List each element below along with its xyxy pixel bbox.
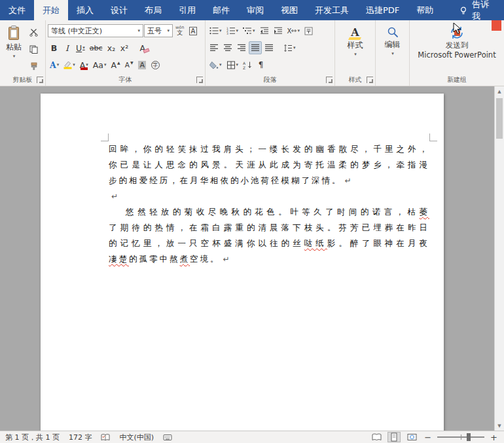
shrink-font-button[interactable]: A▼ bbox=[123, 58, 135, 71]
proofing-status[interactable] bbox=[101, 433, 110, 442]
sort-button[interactable]: AZ bbox=[241, 58, 254, 71]
paint-bucket-icon bbox=[209, 61, 219, 69]
ribbon-tab[interactable]: 设计 bbox=[102, 0, 136, 20]
zoom-slider[interactable] bbox=[437, 436, 484, 438]
font-color-button[interactable]: A▾ bbox=[78, 58, 90, 71]
send-to-label-line2: Microsoft PowerPoint bbox=[418, 50, 495, 60]
decrease-indent-button[interactable] bbox=[258, 24, 271, 37]
distribute-button[interactable] bbox=[262, 41, 276, 54]
editing-button[interactable]: 编辑 ▾ bbox=[378, 24, 407, 56]
numbering-button[interactable]: 123 ▾ bbox=[225, 24, 241, 37]
send-to-powerpoint-button[interactable]: 发送到 Microsoft PowerPoint bbox=[412, 24, 502, 60]
paragraph-dialog-launcher[interactable] bbox=[326, 77, 333, 83]
char-border-button[interactable]: A bbox=[187, 24, 199, 37]
align-left-button[interactable] bbox=[207, 41, 221, 54]
char-units-button[interactable] bbox=[302, 24, 315, 37]
char-shading-button[interactable]: A bbox=[136, 58, 149, 71]
tab-bar: 文件开始插入设计布局引用邮件审阅视图开发工具迅捷PDF帮助 告诉我 bbox=[0, 0, 504, 20]
clear-format-button[interactable]: A bbox=[137, 41, 151, 54]
sync-powerpoint-icon bbox=[448, 25, 465, 41]
underline-button[interactable]: U▾ bbox=[74, 41, 87, 54]
font-dialog-launcher[interactable] bbox=[196, 77, 203, 83]
ribbon-tab[interactable]: 邮件 bbox=[204, 0, 238, 20]
bullets-button[interactable]: ▾ bbox=[207, 24, 224, 37]
tell-me[interactable]: 告诉我 bbox=[452, 0, 504, 20]
multilevel-list-button[interactable]: ▾ bbox=[241, 24, 257, 37]
scroll-thumb[interactable] bbox=[496, 98, 503, 139]
ribbon-tab[interactable]: 开发工具 bbox=[306, 0, 357, 20]
doc-line[interactable]: 步的相爱经历，在月华相依的小池荷径模糊了深情。↵ bbox=[109, 173, 429, 188]
borders-button[interactable]: ▾ bbox=[225, 58, 241, 71]
read-mode-button[interactable] bbox=[370, 432, 383, 442]
vertical-scrollbar[interactable]: ▲ ▼ bbox=[494, 86, 504, 431]
show-marks-button[interactable]: ¶ bbox=[255, 58, 267, 71]
svg-text:3: 3 bbox=[226, 32, 228, 35]
caret-icon: ▾ bbox=[236, 63, 239, 67]
ribbon-tab[interactable]: 视图 bbox=[272, 0, 306, 20]
font-size-select[interactable]: 五号 ▾ bbox=[144, 24, 173, 37]
font-name-select[interactable]: 等线 (中文正文) ▾ bbox=[48, 24, 143, 37]
ribbon-tab[interactable]: 文件 bbox=[0, 0, 34, 20]
doc-line[interactable]: 回眸，你的轻笑抹过我肩头；一缕长发的幽香散尽，千里之外， bbox=[109, 141, 429, 157]
document-text[interactable]: 回眸，你的轻笑抹过我肩头；一缕长发的幽香散尽，千里之外，你已是让人思念的风景。天… bbox=[109, 141, 429, 267]
web-layout-button[interactable] bbox=[405, 432, 418, 442]
word-count-status[interactable]: 172 字 bbox=[69, 433, 92, 442]
ribbon-tab[interactable]: 审阅 bbox=[238, 0, 272, 20]
ribbon-tab[interactable]: 布局 bbox=[136, 0, 170, 20]
ribbon-tab[interactable]: 帮助 bbox=[408, 0, 442, 20]
styles-dialog-launcher[interactable] bbox=[367, 77, 373, 83]
text-effects-button[interactable]: A▾ bbox=[48, 58, 61, 71]
zoom-in-button[interactable]: + bbox=[489, 433, 499, 442]
zoom-out-button[interactable]: − bbox=[423, 433, 433, 442]
increase-indent-button[interactable] bbox=[272, 24, 285, 37]
clipboard-dialog-launcher[interactable] bbox=[37, 77, 43, 83]
page[interactable]: 回眸，你的轻笑抹过我肩头；一缕长发的幽香散尽，千里之外，你已是让人思念的风景。天… bbox=[41, 94, 444, 431]
subscript-button[interactable]: x₂ bbox=[105, 41, 117, 54]
zoom-slider-thumb[interactable] bbox=[467, 433, 471, 441]
caret-icon: ▾ bbox=[104, 63, 107, 67]
shading-button[interactable]: ▾ bbox=[207, 58, 224, 71]
italic-button[interactable]: I bbox=[61, 41, 73, 54]
page-number-status[interactable]: 第 1 页，共 1 页 bbox=[5, 433, 60, 442]
caret-icon: ▾ bbox=[57, 63, 60, 67]
doc-line[interactable]: 凄楚的孤零中熬煮空境。↵ bbox=[109, 251, 429, 267]
scroll-up-arrow[interactable]: ▲ bbox=[495, 86, 504, 96]
print-layout-button[interactable] bbox=[387, 432, 401, 442]
phonetic-guide-button[interactable]: wén 文 bbox=[173, 24, 186, 37]
lightbulb-icon bbox=[459, 6, 468, 15]
superscript-button[interactable]: x² bbox=[118, 41, 130, 54]
scroll-down-arrow[interactable]: ▼ bbox=[495, 421, 504, 431]
ribbon-tab[interactable]: 迅捷PDF bbox=[357, 0, 408, 20]
styles-button[interactable]: A 样式 ▾ bbox=[337, 24, 373, 57]
doc-line[interactable]: 的记忆里，放一只空杯盛满你以往的丝哒纸影。醉了眼神在月夜 bbox=[109, 236, 429, 251]
align-right-button[interactable] bbox=[235, 41, 248, 54]
paste-button[interactable]: 粘贴 ▾ bbox=[2, 24, 26, 75]
highlight-button[interactable]: ▾ bbox=[62, 58, 77, 71]
justify-button[interactable] bbox=[249, 41, 262, 54]
line-spacing-icon bbox=[283, 44, 293, 52]
asian-layout-button[interactable]: X ▾ bbox=[285, 24, 302, 37]
doc-line[interactable]: ↵ bbox=[109, 188, 429, 204]
grow-font-button[interactable]: A▲ bbox=[109, 58, 122, 71]
enclose-char-button[interactable]: 字 bbox=[149, 58, 162, 71]
ribbon-tab[interactable]: 引用 bbox=[170, 0, 204, 20]
ribbon-tab[interactable]: 插入 bbox=[68, 0, 102, 20]
change-case-button[interactable]: Aa▾ bbox=[91, 58, 109, 71]
red-marker bbox=[492, 20, 501, 31]
tell-me-label: 告诉我 bbox=[472, 0, 497, 22]
cut-button[interactable] bbox=[27, 26, 40, 39]
language-status[interactable]: 中文(中国) bbox=[119, 433, 154, 442]
doc-line[interactable]: 你已是让人思念的风景。天涯从此成为寄托温柔的梦乡，牵指漫 bbox=[109, 157, 429, 173]
copy-button[interactable] bbox=[27, 43, 40, 56]
ime-status[interactable] bbox=[163, 433, 172, 442]
bullets-icon bbox=[209, 27, 219, 35]
format-painter-button[interactable] bbox=[27, 60, 40, 73]
align-center-button[interactable] bbox=[221, 41, 234, 54]
bold-button[interactable]: B bbox=[48, 41, 60, 54]
status-bar: 第 1 页，共 1 页 172 字 中文(中国) bbox=[0, 431, 504, 443]
ribbon-tab[interactable]: 开始 bbox=[34, 0, 68, 20]
strikethrough-button[interactable]: abc bbox=[88, 41, 105, 54]
line-spacing-button[interactable]: ▾ bbox=[281, 41, 298, 54]
doc-line[interactable]: 了期待的热情，在霜白露重的清晨落下枝头。芬芳已埋葬在昨日 bbox=[109, 220, 429, 236]
doc-line[interactable]: 悠然轻放的菊收尽晚秋的花色。叶等久了时间的诺言，枯萎 bbox=[109, 204, 429, 220]
